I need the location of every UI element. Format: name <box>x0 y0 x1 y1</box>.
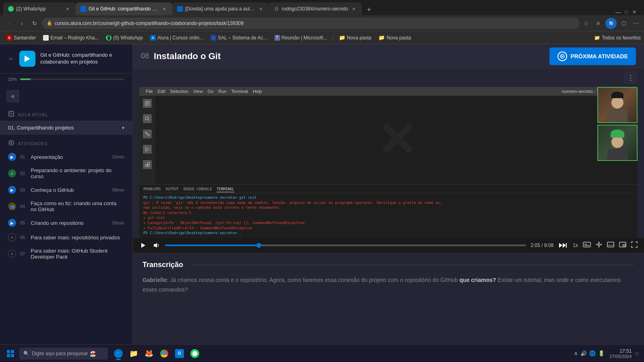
activity-04-group-icon: 👥 <box>8 202 16 210</box>
sidebar-progress: 10% <box>0 74 132 86</box>
svg-point-28 <box>598 244 600 246</box>
vscode-sidebar-icons <box>139 96 155 184</box>
extensions-icon[interactable]: ⬡ <box>619 19 629 28</box>
next-activity-button[interactable]: PRÓXIMA ATIVIDADE <box>549 47 636 65</box>
notification-button[interactable]: □ <box>633 350 641 358</box>
play-pause-button[interactable] <box>139 241 147 249</box>
activity-item-04[interactable]: 👥 04 Faça como eu fiz: criando uma conta… <box>0 197 132 216</box>
minimize-button[interactable]: — <box>615 9 621 15</box>
content-scroll-area[interactable]: ⋮ File Edit Selection View Go <box>133 68 644 344</box>
collapse-icon: « <box>11 93 15 100</box>
tab-doubt[interactable]: [Dúvida] uma ajuda para a aula... ✕ <box>172 2 269 15</box>
win-sq-1 <box>7 350 10 353</box>
next-activity-icon <box>557 51 567 61</box>
forward-button[interactable]: › <box>16 18 27 29</box>
activity-03-name: Conheça o GitHub <box>31 187 108 193</box>
terminal-tab-debug[interactable]: DEBUG CONSOLE <box>184 187 212 192</box>
svg-point-12 <box>145 117 149 120</box>
edge-icon <box>114 349 123 358</box>
tray-battery-icon[interactable]: 🔋 <box>598 350 605 356</box>
bookmark-whatsapp-label: (5) WhatsApp <box>113 35 142 41</box>
sidebar-collapse-button[interactable]: « <box>6 90 19 103</box>
activity-item-01[interactable]: ▶ 01 Apresentação 03min <box>0 150 132 164</box>
playback-speed-button[interactable]: 1x <box>573 243 578 248</box>
activity-07-num: 07 <box>20 251 25 256</box>
activity-item-05[interactable]: ▶ 05 Criando um repositório 05min <box>0 216 132 230</box>
tab-alura-close[interactable]: ✕ <box>161 6 167 12</box>
activity-07-name: Para saber mais: GitHub Student Develope… <box>31 248 120 260</box>
tray-up-arrow-icon[interactable]: ∧ <box>574 350 578 356</box>
taskbar-edge[interactable] <box>111 346 126 361</box>
video-current-time: 2:05 <box>531 243 540 248</box>
taskbar-explorer[interactable]: 📁 <box>126 346 141 361</box>
theater-mode-button[interactable] <box>607 242 614 249</box>
terminal-tab-terminal[interactable]: TERMINAL <box>217 187 234 192</box>
bookmark-whatsapp[interactable]: 📱 (5) WhatsApp <box>103 34 146 41</box>
maximize-button[interactable]: □ <box>623 9 630 15</box>
vscode-debug-icon <box>143 145 152 154</box>
bookmark-whatsapp-icon: 📱 <box>106 35 111 41</box>
video-time-display: 2:05 / 8:08 <box>531 243 554 248</box>
tab-whatsapp-close[interactable]: ✕ <box>64 6 71 12</box>
bookmark-email[interactable]: ✉ Email – Rodrigo Kha... <box>40 34 102 41</box>
bookmark-all-favorites[interactable]: 📁 Todos os favoritos <box>594 35 641 41</box>
bookmark-folder2[interactable]: 📁 Nova pasta <box>375 34 414 41</box>
collections-icon[interactable]: ≡ <box>593 19 603 28</box>
bookmark-alura[interactable]: A Alura | Cursos onlin... <box>147 34 207 41</box>
taskbar-firefox[interactable]: 🦊 <box>142 346 156 361</box>
profile-button[interactable]: N <box>605 18 617 29</box>
activity-item-07[interactable]: + 07 Para saber mais: GitHub Student Dev… <box>0 245 132 263</box>
skip-forward-button[interactable] <box>558 241 568 249</box>
address-bar[interactable]: 🔒 cursos.alura.com.br/course/git-github-… <box>42 18 580 29</box>
svg-marker-0 <box>25 56 30 62</box>
fullscreen-button[interactable] <box>631 241 638 249</box>
tab-alura[interactable]: Git e GitHub: compartilhando e... ✕ <box>76 2 172 15</box>
tab-whatsapp[interactable]: (2) WhatsApp ✕ <box>3 2 76 15</box>
tab-github[interactable]: ⬡ rodrigo230384/numero-secreto ✕ <box>269 2 362 15</box>
person1-silhouette <box>605 90 630 120</box>
transcript-text-1: Já criamos nossa conta e o repositório. … <box>170 277 459 283</box>
terminal-tab-output[interactable]: OUTPUT <box>165 187 179 192</box>
terminal-tab-problems[interactable]: PROBLEMS <box>143 187 161 192</box>
progress-bar-background <box>20 78 124 80</box>
video-progress-dot <box>256 243 261 248</box>
taskbar-outlook[interactable]: O <box>172 346 187 361</box>
volume-button[interactable] <box>152 241 160 249</box>
vscode-menu-file: File <box>146 89 153 94</box>
tab-github-close[interactable]: ✕ <box>351 6 357 12</box>
tab-doubt-close[interactable]: ✕ <box>258 6 264 12</box>
captions-button[interactable] <box>583 241 591 249</box>
new-tab-button[interactable]: + <box>363 4 375 15</box>
toolbar-row: ‹ › ↻ 🔒 cursos.alura.com.br/course/git-g… <box>0 15 644 31</box>
vscode-menu-view: View <box>193 89 203 94</box>
taskbar-chrome[interactable] <box>157 346 171 361</box>
taskbar-whatsapp[interactable] <box>188 346 202 361</box>
activity-item-03[interactable]: ▶ 03 Conheça o GitHub 08min <box>0 183 132 197</box>
video-inner: File Edit Selection View Go Run Terminal… <box>139 87 638 238</box>
sidebar: ← Git e GitHub: compartilhando e colabor… <box>0 44 133 344</box>
tray-speaker-icon[interactable]: 🔊 <box>580 350 587 356</box>
clock-display[interactable]: 17:51 27/05/2024 <box>609 348 632 359</box>
person1-video <box>598 88 637 122</box>
settings-button[interactable] <box>596 241 602 249</box>
bookmark-star-icon[interactable]: ☆ <box>581 19 591 28</box>
activity-item-06[interactable]: + 06 Para saber mais: repositórios priva… <box>0 230 132 245</box>
bookmark-folder1[interactable]: 📁 Nova pasta <box>336 34 375 41</box>
back-button[interactable]: ‹ <box>3 18 14 29</box>
bookmark-sal[interactable]: ↑ SAL – Sistema de Ac... <box>207 34 270 41</box>
menu-dots-button[interactable]: ⋮ <box>624 72 638 84</box>
sidebar-scroll-area[interactable]: AULA ATUAL 01. Compartilhando projetos ▾… <box>0 106 132 344</box>
refresh-button[interactable]: ↻ <box>29 18 40 29</box>
taskbar-search[interactable]: 🔍 Digite aqui para pesquisar 🏖️ <box>19 348 108 360</box>
section-header[interactable]: 01. Compartilhando projetos ▾ <box>0 121 132 135</box>
activity-item-02[interactable]: ✓ 02 Preparando o ambiente: projeto do c… <box>0 164 132 183</box>
close-window-button[interactable]: ✕ <box>631 9 638 15</box>
bookmark-teams[interactable]: T Reunião | Microsoft... <box>271 34 330 41</box>
bookmark-santander[interactable]: S Santander <box>3 34 39 41</box>
sidebar-back-button[interactable]: ← <box>8 55 14 62</box>
video-progress-track[interactable] <box>165 245 526 246</box>
tray-network-icon[interactable]: 🌐 <box>589 350 596 356</box>
pip-button[interactable] <box>619 242 626 249</box>
settings-icon[interactable]: ⋯ <box>631 19 641 28</box>
start-button[interactable] <box>3 346 18 361</box>
